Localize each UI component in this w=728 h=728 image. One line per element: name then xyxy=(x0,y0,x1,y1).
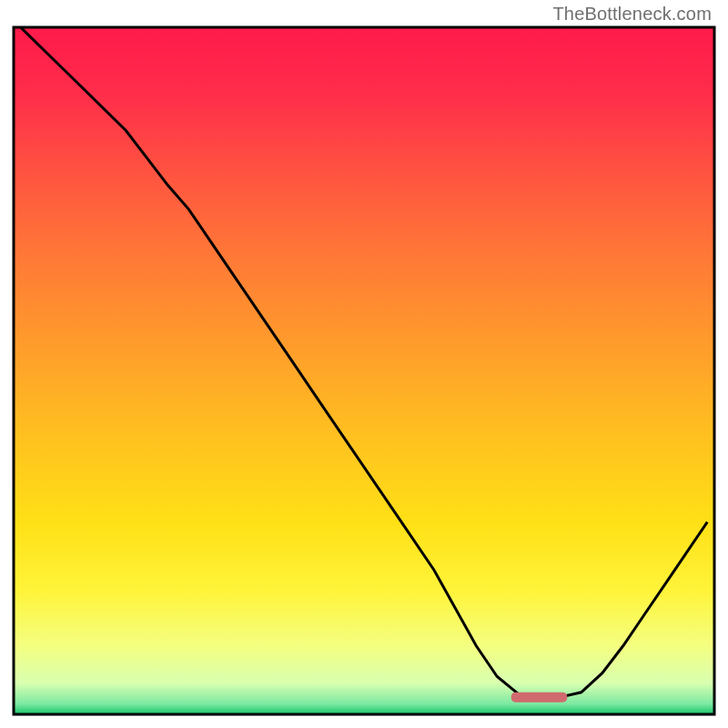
optimal-marker xyxy=(511,693,568,703)
plot-background xyxy=(14,27,714,714)
chart-container: TheBottleneck.com xyxy=(0,0,728,728)
watermark-text: TheBottleneck.com xyxy=(552,4,712,25)
bottleneck-chart xyxy=(0,0,728,728)
